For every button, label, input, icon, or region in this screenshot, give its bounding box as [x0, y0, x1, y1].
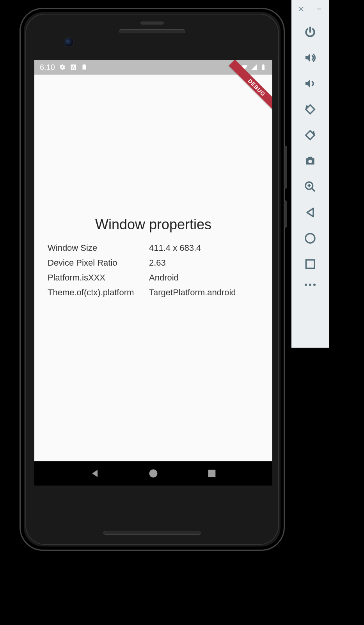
volume-up-icon[interactable] — [304, 52, 316, 64]
settings-icon — [59, 64, 66, 71]
earpiece — [119, 29, 185, 33]
prop-label: Window Size — [46, 241, 147, 255]
svg-rect-2 — [83, 64, 85, 66]
zoom-icon[interactable] — [304, 180, 316, 193]
rotate-right-icon[interactable] — [304, 129, 316, 141]
content-center: Window properties Window Size 411.4 x 68… — [34, 216, 272, 300]
emulator-toolbar — [291, 0, 329, 348]
prop-value: 411.4 x 683.4 — [147, 241, 261, 255]
table-row: Theme.of(ctx).platform TargetPlatform.an… — [46, 285, 261, 300]
svg-rect-12 — [306, 260, 314, 268]
prop-label: Platform.isXXX — [46, 270, 147, 285]
nav-home-button[interactable] — [148, 468, 159, 479]
emu-recents-icon[interactable] — [304, 258, 316, 270]
nav-recents-button[interactable] — [206, 468, 217, 479]
app-body: DEBUG Window properties Window Size 411.… — [34, 75, 272, 461]
screen: 6:10 A DEBUG Window properties Window Si… — [34, 60, 272, 486]
clipboard-icon — [81, 64, 88, 71]
volume-down-icon[interactable] — [304, 77, 316, 90]
more-icon[interactable] — [305, 284, 316, 286]
speaker-notch — [140, 21, 164, 25]
camera-icon[interactable] — [304, 155, 316, 167]
svg-rect-6 — [208, 470, 216, 477]
dot — [313, 284, 316, 286]
dot — [309, 284, 311, 286]
status-left: 6:10 A — [40, 63, 88, 72]
text-a-icon: A — [70, 64, 77, 71]
dot — [305, 284, 307, 286]
prop-value: TargetPlatform.android — [147, 285, 261, 300]
power-button-physical — [284, 200, 287, 228]
svg-text:A: A — [72, 65, 75, 70]
nav-back-button[interactable] — [89, 468, 100, 479]
prop-label: Theme.of(ctx).platform — [46, 285, 147, 300]
front-camera — [64, 37, 74, 47]
properties-table: Window Size 411.4 x 683.4 Device Pixel R… — [46, 241, 261, 300]
table-row: Platform.isXXX Android — [46, 270, 261, 285]
battery-icon — [260, 64, 267, 71]
svg-rect-3 — [262, 65, 265, 70]
status-time: 6:10 — [40, 63, 55, 72]
emu-window-controls — [291, 5, 329, 12]
prop-value: 2.63 — [147, 255, 261, 270]
nav-bar — [34, 461, 272, 486]
svg-point-9 — [308, 160, 312, 163]
phone-frame: 6:10 A DEBUG Window properties Window Si… — [20, 8, 285, 551]
minimize-icon[interactable] — [316, 5, 323, 12]
volume-rocker — [284, 146, 287, 189]
emu-home-icon[interactable] — [304, 232, 316, 245]
prop-label: Device Pixel Ratio — [46, 255, 147, 270]
table-row: Window Size 411.4 x 683.4 — [46, 241, 261, 255]
svg-rect-4 — [263, 64, 264, 65]
svg-point-5 — [149, 470, 158, 478]
bottom-speaker — [103, 531, 201, 535]
rotate-left-icon[interactable] — [304, 103, 316, 116]
table-row: Device Pixel Ratio 2.63 — [46, 255, 261, 270]
svg-point-11 — [305, 234, 315, 243]
page-title: Window properties — [95, 216, 211, 233]
power-icon[interactable] — [304, 26, 316, 38]
emu-back-icon[interactable] — [304, 206, 316, 219]
close-icon[interactable] — [298, 5, 305, 12]
prop-value: Android — [147, 270, 261, 285]
signal-icon — [250, 64, 257, 71]
